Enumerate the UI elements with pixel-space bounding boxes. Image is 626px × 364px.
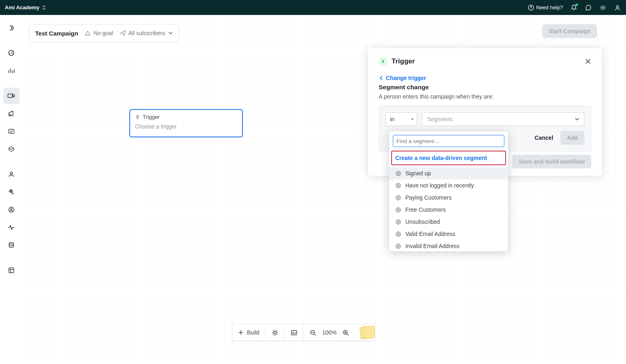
- segment-search-input[interactable]: [396, 138, 501, 144]
- svg-point-17: [397, 197, 399, 199]
- segment-icon: [395, 243, 401, 249]
- section-description: A person enters this campaign when they …: [379, 93, 591, 100]
- audience-indicator[interactable]: All subscribers: [120, 30, 173, 36]
- trigger-badge: [379, 57, 388, 66]
- segment-option[interactable]: Paying Customers: [389, 191, 508, 204]
- segment-option[interactable]: Signed up: [389, 167, 508, 179]
- nav-analytics[interactable]: [3, 63, 19, 79]
- build-label: Build: [247, 329, 259, 336]
- svg-point-14: [396, 183, 400, 188]
- segment-option-label: Invalid Email Address: [405, 243, 459, 249]
- segment-option[interactable]: Free Customers: [389, 204, 508, 216]
- segment-option[interactable]: Have not logged in recently: [389, 179, 508, 191]
- svg-point-15: [397, 185, 399, 187]
- audience-label: All subscribers: [129, 30, 165, 36]
- nav-activity-user[interactable]: [3, 202, 19, 218]
- segments-dropdown: Create a new data-driven segment Signed …: [389, 131, 508, 252]
- cancel-button[interactable]: Cancel: [535, 135, 553, 141]
- notification-dot: [575, 4, 578, 6]
- workspace-switcher[interactable]: Ami Academy: [5, 4, 46, 11]
- notifications-icon[interactable]: [570, 4, 578, 11]
- change-trigger-link[interactable]: Change trigger: [379, 75, 591, 81]
- campaign-name[interactable]: Test Campaign: [35, 30, 78, 37]
- profile-icon[interactable]: [614, 4, 621, 11]
- nav-transactional[interactable]: [3, 123, 19, 139]
- segment-option-label: Have not logged in recently: [405, 182, 474, 189]
- left-sidebar: [0, 15, 23, 364]
- chevron-down-icon: [168, 30, 173, 36]
- sticky-notes-button[interactable]: [360, 325, 375, 340]
- nav-content[interactable]: [3, 262, 19, 278]
- bottom-toolbar: Build 100%: [232, 324, 375, 341]
- nav-people[interactable]: [3, 166, 19, 182]
- segment-icon: [395, 195, 401, 201]
- svg-point-7: [10, 172, 13, 175]
- image-icon[interactable]: [290, 329, 297, 336]
- segment-option[interactable]: Valid Email Address: [389, 228, 508, 240]
- change-trigger-label: Change trigger: [386, 75, 426, 81]
- svg-point-2: [616, 5, 618, 7]
- svg-point-10: [9, 243, 14, 244]
- svg-rect-6: [9, 129, 14, 133]
- settings-icon[interactable]: [599, 4, 607, 11]
- svg-point-24: [396, 244, 400, 248]
- segment-icon: [395, 207, 401, 213]
- segment-icon: [395, 183, 401, 189]
- segment-icon: [395, 219, 401, 225]
- nav-campaigns[interactable]: [3, 88, 19, 104]
- nav-segments[interactable]: [3, 184, 19, 200]
- close-panel-button[interactable]: [585, 58, 591, 65]
- goal-indicator[interactable]: No goal: [84, 30, 113, 36]
- bolt-icon: [381, 59, 386, 64]
- add-button[interactable]: Add: [561, 131, 584, 145]
- nav-broadcasts[interactable]: [3, 105, 19, 122]
- zoom-level: 100%: [322, 329, 337, 336]
- bolt-icon: [135, 114, 140, 120]
- send-icon: [120, 30, 126, 36]
- svg-point-25: [397, 245, 399, 247]
- segment-option-label: Free Customers: [405, 206, 446, 213]
- start-campaign-button[interactable]: Start Campaign: [542, 24, 597, 38]
- section-title: Segment change: [379, 84, 591, 91]
- svg-point-20: [396, 220, 400, 224]
- segment-option-label: Valid Email Address: [405, 231, 455, 237]
- nav-dashboard[interactable]: [3, 45, 19, 61]
- create-segment-label: Create a new data-driven segment: [395, 155, 487, 161]
- segment-option-label: Unsubscribed: [405, 219, 440, 225]
- segment-icon: [395, 231, 401, 237]
- svg-point-12: [396, 171, 400, 176]
- nav-data[interactable]: [3, 237, 19, 253]
- segment-option[interactable]: Invalid Email Address: [389, 240, 508, 251]
- build-button[interactable]: Build: [238, 329, 259, 336]
- svg-point-23: [397, 233, 399, 235]
- messages-icon[interactable]: [585, 4, 592, 11]
- nav-activity[interactable]: [3, 219, 19, 236]
- expand-sidebar-icon[interactable]: [3, 20, 19, 36]
- svg-point-16: [396, 196, 400, 200]
- segment-search-wrapper: [393, 135, 504, 147]
- svg-point-1: [602, 6, 604, 8]
- goal-label: No goal: [93, 30, 113, 36]
- condition-operator-select[interactable]: in: [386, 112, 417, 126]
- help-link[interactable]: Need help?: [528, 4, 563, 11]
- segment-option[interactable]: Unsubscribed: [389, 216, 508, 228]
- create-segment-link[interactable]: Create a new data-driven segment: [391, 151, 506, 165]
- trigger-node-placeholder: Choose a trigger: [135, 123, 237, 130]
- svg-point-9: [11, 208, 12, 210]
- help-label: Need help?: [536, 4, 563, 11]
- topbar: Ami Academy Need help?: [0, 0, 626, 15]
- help-icon: [528, 4, 534, 11]
- save-workflow-button[interactable]: Save and build workflow: [512, 155, 591, 168]
- segments-select[interactable]: Segments: [422, 112, 584, 126]
- nav-deliveries[interactable]: [3, 141, 19, 157]
- zoom-out-button[interactable]: [309, 329, 316, 336]
- close-icon: [585, 58, 591, 65]
- save-workflow-label: Save and build workflow: [519, 158, 585, 165]
- updown-icon: [42, 5, 46, 10]
- svg-point-28: [292, 331, 293, 332]
- suggestions-icon[interactable]: [271, 329, 278, 336]
- segments-placeholder: Segments: [427, 116, 453, 122]
- zoom-in-button[interactable]: [342, 329, 350, 336]
- trigger-node[interactable]: Trigger Choose a trigger: [129, 109, 243, 137]
- start-campaign-label: Start Campaign: [549, 28, 590, 34]
